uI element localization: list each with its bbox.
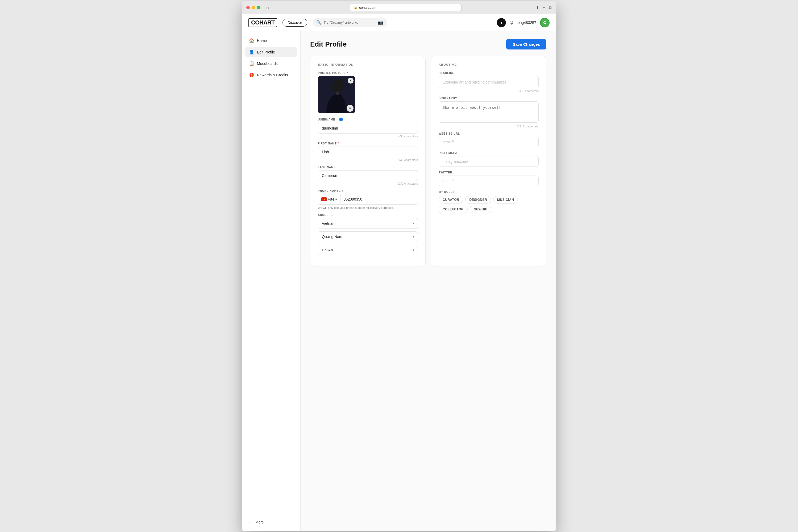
share-button[interactable]: ⬆: [536, 5, 539, 10]
province-select[interactable]: Quảng Nam: [318, 231, 418, 242]
about-me-card: ABOUT ME HEADLINE 0/50 characters: [431, 56, 546, 267]
role-tag-designer[interactable]: DESIGNER: [465, 196, 491, 204]
username-label-field: USERNAME * i: [318, 118, 418, 121]
new-tab-button[interactable]: ＋: [542, 5, 546, 10]
instagram-label-field: INSTAGRAM: [439, 152, 539, 155]
home-icon: 🏠: [249, 38, 254, 43]
search-bar[interactable]: 🔍 📷: [312, 18, 387, 27]
twitter-input[interactable]: [439, 175, 539, 186]
flag-vietnam: [321, 197, 327, 201]
phone-number-input[interactable]: [341, 194, 418, 204]
page-title: Edit Profile: [310, 40, 347, 49]
required-star: *: [347, 72, 348, 75]
moodboards-icon: 📋: [249, 61, 254, 66]
maximize-window-button[interactable]: [257, 6, 261, 9]
first-name-group: FIRST NAME * 4/30 characters: [318, 142, 418, 162]
roles-label-field: MY ROLES: [439, 190, 539, 193]
last-name-group: LAST NAME 0/30 characters: [318, 166, 418, 185]
edit-profile-icon: 👤: [249, 50, 254, 55]
url-text: cohart.com: [359, 5, 376, 10]
save-changes-button[interactable]: Save Changes: [506, 39, 546, 50]
sidebar-item-moodboards[interactable]: 📋 Moodboards: [245, 58, 297, 69]
profile-picture-group: PROFILE PICTURE *: [318, 72, 418, 113]
minimize-window-button[interactable]: [252, 6, 255, 9]
content-area: Edit Profile Save Changes BASIC INFORMAT…: [301, 31, 556, 531]
about-me-section-title: ABOUT ME: [439, 63, 539, 66]
close-window-button[interactable]: [246, 6, 250, 9]
biography-group: BIOGRAPHY 0/345 characters: [439, 97, 539, 128]
discover-button[interactable]: Discover: [283, 19, 307, 26]
address-label-field: ADDRESS: [318, 214, 418, 216]
sidebar-item-edit-profile[interactable]: 👤 Edit Profile: [245, 47, 297, 57]
phone-prefix-text: +84: [328, 197, 334, 201]
biography-textarea[interactable]: [439, 101, 539, 122]
sidebar-more-button[interactable]: ⋯ More: [245, 517, 297, 527]
profile-picture-label: PROFILE PICTURE *: [318, 72, 418, 75]
role-tag-musician[interactable]: MUSICIAN: [493, 196, 518, 204]
sidebar-edit-profile-label: Edit Profile: [257, 50, 275, 54]
bio-char-count: 0/345 characters: [439, 125, 539, 128]
rewards-icon: 🎁: [249, 72, 254, 77]
headline-input[interactable]: [439, 76, 539, 88]
phone-prefix-selector[interactable]: +84 ▾: [318, 194, 341, 204]
website-group: WEBSITE URL: [439, 132, 539, 147]
basic-info-section-title: BASIC INFORMATION: [318, 63, 418, 66]
camera-icon[interactable]: 📷: [378, 20, 383, 25]
svg-rect-3: [336, 92, 339, 95]
sidebar-item-home[interactable]: 🏠 Home: [245, 35, 297, 46]
last-name-char-count: 0/30 characters: [318, 182, 418, 185]
address-bar[interactable]: 🔒 cohart.com: [350, 4, 461, 11]
browser-controls: ⊡ ‹: [265, 5, 276, 11]
phone-input-group: +84 ▾: [318, 194, 418, 205]
username-required-star: *: [337, 118, 338, 121]
country-select[interactable]: Vietnam: [318, 218, 418, 229]
tabs-button[interactable]: ⧉: [549, 5, 552, 10]
headline-group: HEADLINE 0/50 characters: [439, 72, 539, 93]
search-input[interactable]: [324, 20, 376, 24]
username-input[interactable]: [318, 123, 418, 134]
nav-right: ● @duong483257 C: [497, 18, 550, 27]
role-tag-curator[interactable]: CURATOR: [439, 196, 463, 204]
back-button[interactable]: ‹: [272, 5, 276, 11]
phone-note-text: We will only use your phone number for d…: [318, 206, 418, 209]
browser-right-buttons: ⬆ ＋ ⧉: [536, 5, 552, 10]
address-group: ADDRESS Vietnam ▾ Quảng Nam: [318, 214, 418, 255]
sidebar-more-label: More: [255, 520, 264, 524]
username-info-icon[interactable]: i: [339, 118, 343, 121]
first-name-input[interactable]: [318, 147, 418, 157]
profile-picture-container: ✕ ✏: [318, 76, 355, 113]
avatar-button[interactable]: C: [540, 18, 550, 27]
bio-label-field: BIOGRAPHY: [439, 97, 539, 100]
notification-button[interactable]: ●: [497, 18, 506, 27]
sidebar-item-rewards[interactable]: 🎁 Rewards & Credits: [245, 70, 297, 80]
app-container: COHART Discover 🔍 📷 ● @duong483257 C 🏠 H…: [242, 14, 556, 531]
province-select-wrapper: Quảng Nam ▾: [318, 231, 418, 242]
svg-point-2: [339, 79, 343, 84]
role-tag-newbie[interactable]: NEWBIE: [470, 206, 491, 213]
sidebar-toggle-button[interactable]: ⊡: [265, 5, 270, 11]
main-layout: 🏠 Home 👤 Edit Profile 📋 Moodboards 🎁 Rew…: [242, 31, 556, 531]
first-name-char-count: 4/30 characters: [318, 158, 418, 162]
instagram-input[interactable]: [439, 156, 539, 167]
city-select[interactable]: Hoi An: [318, 245, 418, 255]
country-select-wrapper: Vietnam ▾: [318, 218, 418, 229]
lock-icon: 🔒: [354, 6, 358, 9]
instagram-group: INSTAGRAM: [439, 152, 539, 167]
last-name-input[interactable]: [318, 170, 418, 181]
sidebar-rewards-label: Rewards & Credits: [257, 73, 288, 77]
headline-char-count: 0/50 characters: [439, 89, 539, 93]
sidebar-moodboards-label: Moodboards: [257, 61, 278, 66]
website-input[interactable]: [439, 137, 539, 147]
profile-pic-close-button[interactable]: ✕: [348, 78, 354, 83]
profile-pic-edit-button[interactable]: ✏: [347, 105, 354, 112]
sidebar-home-label: Home: [257, 39, 267, 43]
more-dots-icon: ⋯: [249, 520, 253, 524]
roles-group: MY ROLES CURATOR DESIGNER MUSICIAN COLLE…: [439, 190, 539, 213]
role-tag-collector[interactable]: COLLECTOR: [439, 206, 468, 213]
website-label-field: WEBSITE URL: [439, 132, 539, 135]
username-group: USERNAME * i 9/30 characters: [318, 118, 418, 138]
twitter-group: TWITTER: [439, 171, 539, 186]
browser-titlebar: ⊡ ‹ 🔒 cohart.com ⬆ ＋ ⧉: [242, 1, 556, 14]
username-char-count: 9/30 characters: [318, 135, 418, 138]
first-name-label-field: FIRST NAME *: [318, 142, 418, 145]
